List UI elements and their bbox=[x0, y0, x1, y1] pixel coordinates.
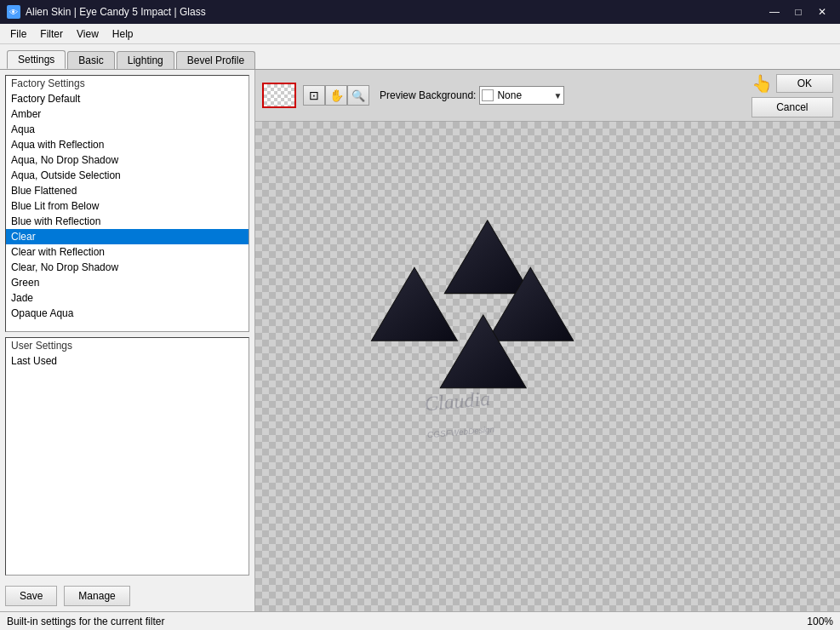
user-settings-header: User Settings bbox=[6, 338, 249, 353]
list-item-aqua-reflection[interactable]: Aqua with Reflection bbox=[6, 137, 249, 152]
app-icon: 👁 bbox=[7, 5, 20, 19]
preview-svg bbox=[255, 122, 840, 611]
ok-button[interactable]: OK bbox=[776, 74, 833, 93]
settings-list-container: Factory Settings Factory Default Amber A… bbox=[5, 75, 249, 332]
list-item-clear-no-drop[interactable]: Clear, No Drop Shadow bbox=[6, 260, 249, 275]
list-item-clear-reflection[interactable]: Clear with Reflection bbox=[6, 244, 249, 260]
bg-selected-value: None bbox=[497, 89, 522, 101]
menu-item-filter[interactable]: Filter bbox=[33, 26, 70, 42]
app-container: Settings Basic Lighting Bevel Profile Fa… bbox=[0, 44, 840, 630]
menu-item-help[interactable]: Help bbox=[106, 26, 140, 42]
list-item-jade[interactable]: Jade bbox=[6, 290, 249, 306]
statusbar: Built-in settings for the current filter… bbox=[0, 611, 840, 630]
preview-background-label: Preview Background: bbox=[380, 89, 476, 101]
dropdown-arrow-icon: ▼ bbox=[553, 91, 562, 100]
list-item-blue-lit[interactable]: Blue Lit from Below bbox=[6, 198, 249, 214]
list-item-green[interactable]: Green bbox=[6, 275, 249, 290]
zoom-in-button[interactable]: 🔍 bbox=[347, 85, 369, 106]
titlebar: 👁 Alien Skin | Eye Candy 5 Impact | Glas… bbox=[0, 0, 840, 24]
tab-settings[interactable]: Settings bbox=[7, 50, 66, 69]
titlebar-title: Alien Skin | Eye Candy 5 Impact | Glass bbox=[26, 6, 206, 18]
bg-swatch bbox=[482, 89, 494, 101]
list-item-aqua-no-drop[interactable]: Aqua, No Drop Shadow bbox=[6, 152, 249, 168]
preview-canvas: Claudia CGSFWebDesign bbox=[255, 122, 840, 611]
menu-item-file[interactable]: File bbox=[3, 26, 33, 42]
hand-tool-button[interactable]: ✋ bbox=[325, 85, 347, 106]
tab-lighting[interactable]: Lighting bbox=[117, 51, 174, 69]
tab-basic[interactable]: Basic bbox=[67, 51, 114, 69]
maximize-button[interactable]: □ bbox=[787, 3, 809, 20]
right-panel: ⊡ ✋ 🔍 Preview Background: None ▼ 👆 OK Ca bbox=[255, 70, 840, 611]
preview-header: ⊡ ✋ 🔍 Preview Background: None ▼ 👆 OK Ca bbox=[255, 70, 840, 122]
list-item-clear[interactable]: Clear bbox=[6, 229, 249, 244]
cancel-button[interactable]: Cancel bbox=[751, 97, 833, 117]
close-button[interactable]: ✕ bbox=[811, 3, 833, 20]
minimize-button[interactable]: — bbox=[763, 3, 786, 20]
titlebar-left: 👁 Alien Skin | Eye Candy 5 Impact | Glas… bbox=[7, 5, 206, 19]
list-item-aqua[interactable]: Aqua bbox=[6, 122, 249, 137]
preview-thumbnail bbox=[262, 83, 296, 108]
list-item-blue-reflection[interactable]: Blue with Reflection bbox=[6, 214, 249, 229]
save-button[interactable]: Save bbox=[5, 586, 57, 606]
menu-item-view[interactable]: View bbox=[70, 26, 106, 42]
menubar: File Filter View Help bbox=[0, 24, 840, 44]
ok-hand-icon: 👆 bbox=[751, 73, 773, 94]
list-item-last-used[interactable]: Last Used bbox=[6, 353, 249, 369]
list-item-opaque-aqua[interactable]: Opaque Aqua bbox=[6, 306, 249, 321]
tab-bevel-profile[interactable]: Bevel Profile bbox=[176, 51, 255, 69]
list-item-blue-flattened[interactable]: Blue Flattened bbox=[6, 183, 249, 198]
factory-settings-header: Factory Settings bbox=[6, 76, 249, 91]
left-panel: Factory Settings Factory Default Amber A… bbox=[0, 70, 255, 611]
svg-marker-0 bbox=[444, 220, 530, 294]
user-settings-container: User Settings Last Used bbox=[5, 337, 249, 576]
svg-marker-1 bbox=[371, 267, 457, 341]
status-message: Built-in settings for the current filter bbox=[7, 616, 164, 627]
list-item-factory-default[interactable]: Factory Default bbox=[6, 91, 249, 106]
zoom-level: 100% bbox=[807, 616, 833, 627]
zoom-fit-button[interactable]: ⊡ bbox=[303, 85, 325, 106]
list-item-amber[interactable]: Amber bbox=[6, 106, 249, 122]
bottom-buttons: Save Manage bbox=[0, 581, 254, 611]
titlebar-controls[interactable]: — □ ✕ bbox=[763, 3, 833, 20]
manage-button[interactable]: Manage bbox=[64, 586, 129, 606]
list-item-aqua-outside[interactable]: Aqua, Outside Selection bbox=[6, 168, 249, 183]
ok-cancel-area: 👆 OK Cancel bbox=[751, 73, 833, 117]
preview-background-select[interactable]: None ▼ bbox=[479, 86, 564, 105]
tabs-row: Settings Basic Lighting Bevel Profile bbox=[0, 44, 840, 70]
content-area: Factory Settings Factory Default Amber A… bbox=[0, 70, 840, 611]
settings-list: Factory Settings Factory Default Amber A… bbox=[6, 76, 249, 331]
